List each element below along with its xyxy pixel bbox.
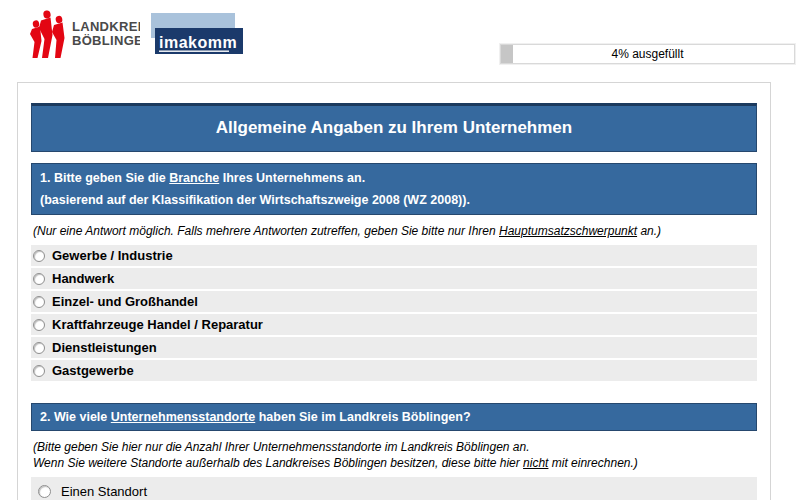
question-2-note-line1: (Bitte geben Sie hier nur die Anzahl Ihr… bbox=[33, 439, 755, 455]
landkreis-boeblingen-logo: LANDKREIS BÖBLINGEN bbox=[28, 8, 140, 66]
radio-option-label: Dienstleistungen bbox=[52, 340, 157, 355]
radio-button[interactable] bbox=[33, 296, 45, 308]
radio-option-row[interactable]: Einen Standort bbox=[31, 477, 757, 500]
radio-option-label: Kraftfahrzeuge Handel / Reparatur bbox=[52, 317, 263, 332]
question-2-note: (Bitte geben Sie hier nur die Anzahl Ihr… bbox=[33, 439, 755, 471]
radio-option-row[interactable]: Einzel- und Großhandel bbox=[31, 291, 757, 312]
radio-button[interactable] bbox=[33, 250, 45, 262]
question-2-options: Einen Standort bbox=[31, 477, 757, 500]
question-1-text: 1. Bitte geben Sie die Branche Ihres Unt… bbox=[40, 167, 748, 189]
imakomm-logo-label: imakomm bbox=[159, 34, 237, 51]
radio-button[interactable] bbox=[33, 365, 45, 377]
landkreis-logo-line1: LANDKREIS bbox=[72, 19, 140, 34]
radio-option-row[interactable]: Gastgewerbe bbox=[31, 360, 757, 381]
question-1-subtext: (basierend auf der Klassifikation der Wi… bbox=[40, 189, 748, 211]
question-1-header: 1. Bitte geben Sie die Branche Ihres Unt… bbox=[31, 163, 757, 215]
top-bar: LANDKREIS BÖBLINGEN imakomm 4% ausgefüll… bbox=[0, 0, 800, 82]
radio-option-label: Gastgewerbe bbox=[52, 363, 134, 378]
question-1-note: (Nur eine Antwort möglich. Falls mehrere… bbox=[33, 223, 755, 239]
imakomm-logo: imakomm bbox=[145, 10, 247, 60]
radio-option-row[interactable]: Kraftfahrzeuge Handel / Reparatur bbox=[31, 314, 757, 335]
radio-option-label: Einzel- und Großhandel bbox=[52, 294, 198, 309]
question-1-options: Gewerbe / IndustrieHandwerkEinzel- und G… bbox=[31, 245, 757, 381]
radio-button[interactable] bbox=[33, 319, 45, 331]
question-2-text: 2. Wie viele Unternehmensstandorte haben… bbox=[40, 407, 748, 427]
imakomm-logo-graphic: imakomm bbox=[145, 10, 247, 56]
radio-button[interactable] bbox=[33, 342, 45, 354]
page-title: Allgemeine Angaben zu Ihrem Unternehmen bbox=[31, 103, 757, 152]
radio-option-row[interactable]: Dienstleistungen bbox=[31, 337, 757, 358]
radio-option-label: Einen Standort bbox=[61, 484, 147, 499]
question-2-header: 2. Wie viele Unternehmensstandorte haben… bbox=[31, 403, 757, 431]
question-2-note-line2: Wenn Sie weitere Standorte außerhalb des… bbox=[33, 455, 755, 471]
progress-bar: 4% ausgefüllt bbox=[500, 44, 795, 64]
radio-option-row[interactable]: Handwerk bbox=[31, 268, 757, 289]
landkreis-logo-line2: BÖBLINGEN bbox=[72, 33, 140, 48]
radio-option-label: Handwerk bbox=[52, 271, 114, 286]
survey-content-box: Allgemeine Angaben zu Ihrem Unternehmen … bbox=[17, 82, 771, 500]
radio-option-row[interactable]: Gewerbe / Industrie bbox=[31, 245, 757, 266]
radio-button[interactable] bbox=[33, 273, 45, 285]
progress-label: 4% ausgefüllt bbox=[501, 45, 794, 63]
landkreis-logo-graphic: LANDKREIS BÖBLINGEN bbox=[28, 8, 140, 62]
radio-button[interactable] bbox=[38, 485, 51, 498]
radio-option-label: Gewerbe / Industrie bbox=[52, 248, 173, 263]
